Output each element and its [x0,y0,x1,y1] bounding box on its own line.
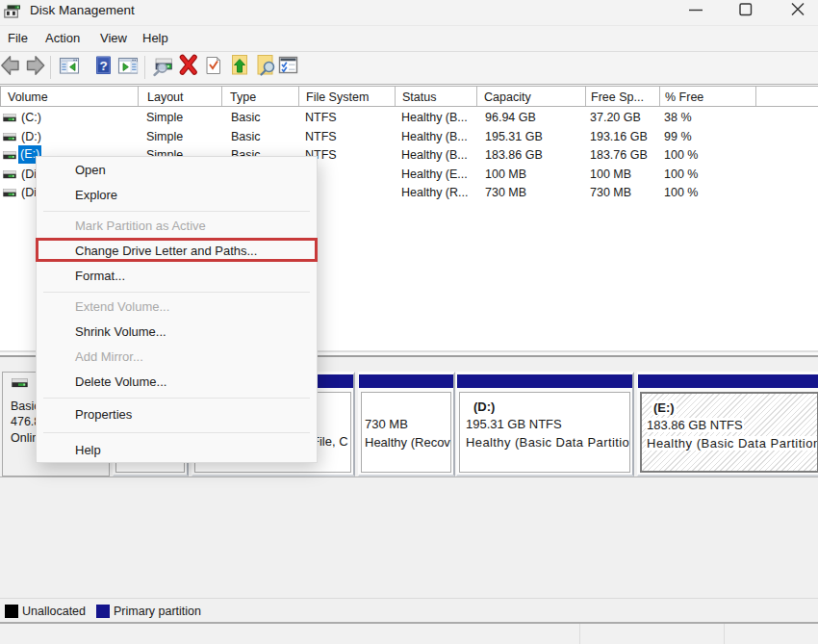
svg-text:?: ? [99,59,107,73]
